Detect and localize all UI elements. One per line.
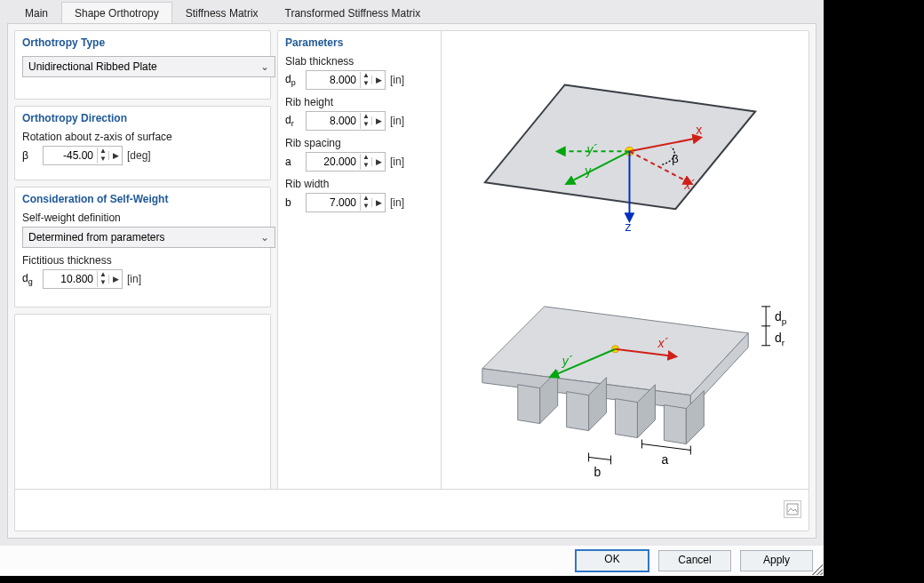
svg-text:z: z — [625, 220, 632, 234]
dr-input-field[interactable] — [307, 113, 360, 129]
insert-image-icon[interactable] — [784, 500, 801, 518]
self-weight-def-combo[interactable]: Determined from parameters ⌄ — [22, 227, 275, 248]
slab-thickness-label: Slab thickness — [285, 55, 442, 68]
step-right-icon[interactable]: ▶ — [371, 76, 385, 84]
a-unit: [in] — [390, 156, 404, 168]
beta-symbol: β — [22, 149, 38, 162]
svg-marker-0 — [485, 84, 755, 209]
svg-text:dr: dr — [775, 331, 785, 347]
rib-width-label: Rib width — [285, 178, 442, 190]
svg-text:x: x — [696, 123, 702, 137]
step-right-icon[interactable]: ▶ — [371, 198, 385, 207]
step-right-icon[interactable]: ▶ — [371, 116, 385, 125]
spin-down-icon[interactable]: ▼ — [98, 279, 108, 287]
spin-down-icon[interactable]: ▼ — [361, 203, 371, 211]
rib-spacing-label: Rib spacing — [285, 137, 442, 149]
svg-text:dp: dp — [775, 309, 787, 326]
self-weight-def-label: Self-weight definition — [22, 212, 263, 224]
orthotropy-type-combo[interactable]: Unidirectional Ribbed Plate ⌄ — [22, 56, 275, 77]
svg-marker-16 — [518, 385, 540, 424]
self-weight-def-value: Determined from parameters — [28, 231, 164, 244]
rotation-label: Rotation about z-axis of surface — [22, 131, 263, 143]
b-symbol: b — [285, 196, 301, 209]
dg-unit: [in] — [127, 273, 141, 285]
a-input[interactable]: ▲▼ ▶ — [306, 152, 386, 172]
svg-text:b: b — [594, 465, 601, 479]
beta-input-field[interactable] — [44, 148, 97, 164]
step-right-icon[interactable]: ▶ — [108, 275, 122, 284]
chevron-down-icon: ⌄ — [260, 60, 269, 73]
tab-stiffness-matrix[interactable]: Stiffness Matrix — [172, 2, 272, 23]
beta-unit: [deg] — [127, 149, 151, 162]
dr-symbol: dr — [285, 114, 301, 128]
spin-down-icon[interactable]: ▼ — [98, 156, 108, 164]
orthotropy-direction-title: Orthotropy Direction — [22, 112, 263, 124]
svg-marker-22 — [664, 405, 686, 444]
svg-text:y: y — [585, 164, 592, 178]
dp-input-field[interactable] — [307, 72, 360, 88]
tab-main[interactable]: Main — [12, 2, 61, 23]
svg-text:y´: y´ — [586, 142, 598, 156]
ok-button[interactable]: OK — [575, 549, 649, 572]
resize-grip-icon[interactable] — [812, 564, 823, 575]
preview-illustration-icon: y´ y x x´ z β — [442, 31, 808, 493]
apply-button[interactable]: Apply — [740, 550, 813, 571]
svg-text:x´: x´ — [657, 336, 668, 350]
svg-line-35 — [641, 444, 690, 451]
tab-transformed-stiffness-matrix[interactable]: Transformed Stiffness Matrix — [272, 2, 434, 23]
svg-marker-20 — [616, 399, 638, 438]
dp-unit: [in] — [390, 74, 404, 86]
dp-input[interactable]: ▲▼ ▶ — [306, 70, 386, 90]
spin-down-icon[interactable]: ▼ — [361, 121, 371, 129]
svg-text:x´: x´ — [683, 178, 695, 192]
b-input[interactable]: ▲▼ ▶ — [306, 193, 386, 212]
step-right-icon[interactable]: ▶ — [371, 157, 385, 166]
dg-symbol: dg — [22, 272, 38, 286]
svg-marker-18 — [567, 392, 589, 431]
rib-height-label: Rib height — [285, 96, 442, 108]
self-weight-title: Consideration of Self-Weight — [22, 193, 263, 205]
step-right-icon[interactable]: ▶ — [108, 151, 122, 160]
chevron-down-icon: ⌄ — [260, 231, 269, 244]
svg-text:a: a — [661, 452, 668, 467]
svg-text:β: β — [672, 152, 678, 165]
dg-input-field[interactable] — [44, 271, 97, 287]
orthotropy-type-value: Unidirectional Ribbed Plate — [28, 60, 157, 73]
spin-down-icon[interactable]: ▼ — [361, 80, 371, 88]
orthotropy-type-title: Orthotropy Type — [22, 36, 263, 49]
beta-input[interactable]: ▲▼ ▶ — [43, 146, 123, 165]
dp-symbol: dp — [285, 73, 301, 87]
cancel-button[interactable]: Cancel — [658, 550, 731, 571]
dr-unit: [in] — [390, 115, 404, 127]
preview-panel: y´ y x x´ z β — [441, 30, 809, 494]
spin-down-icon[interactable]: ▼ — [361, 162, 371, 170]
b-unit: [in] — [390, 196, 404, 209]
parameters-title: Parameters — [285, 36, 442, 49]
tab-shape-orthotropy[interactable]: Shape Orthotropy — [61, 2, 172, 23]
a-symbol: a — [285, 156, 301, 168]
b-input-field[interactable] — [307, 195, 360, 211]
svg-line-39 — [589, 457, 611, 459]
dg-input[interactable]: ▲▼ ▶ — [43, 269, 123, 289]
svg-rect-43 — [787, 504, 798, 515]
a-input-field[interactable] — [307, 154, 360, 170]
svg-text:y´: y´ — [562, 354, 573, 368]
fictitious-thickness-label: Fictitious thickness — [22, 254, 263, 267]
dr-input[interactable]: ▲▼ ▶ — [306, 111, 386, 131]
tab-bar: Main Shape Orthotropy Stiffness Matrix T… — [0, 0, 824, 23]
